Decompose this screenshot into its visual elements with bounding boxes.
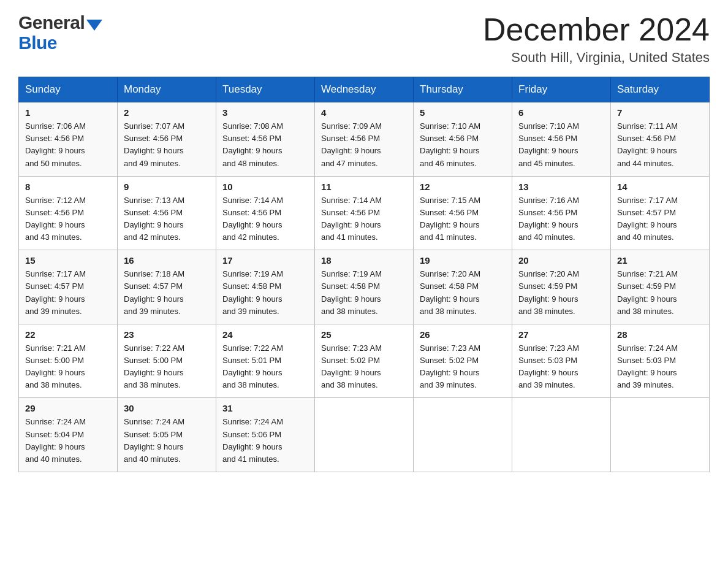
- day-number: 30: [124, 403, 210, 413]
- table-row: [315, 398, 414, 472]
- table-row: 6 Sunrise: 7:10 AM Sunset: 4:56 PM Dayli…: [512, 102, 611, 177]
- day-number: 21: [617, 255, 703, 266]
- day-number: 29: [25, 403, 111, 413]
- day-info: Sunrise: 7:24 AM Sunset: 5:06 PM Dayligh…: [222, 416, 308, 465]
- day-info: Sunrise: 7:22 AM Sunset: 5:01 PM Dayligh…: [222, 342, 308, 392]
- table-row: 29 Sunrise: 7:24 AM Sunset: 5:04 PM Dayl…: [19, 398, 118, 472]
- day-info: Sunrise: 7:11 AM Sunset: 4:56 PM Dayligh…: [617, 120, 703, 170]
- month-year-title: December 2024: [483, 12, 710, 47]
- table-row: 28 Sunrise: 7:24 AM Sunset: 5:03 PM Dayl…: [611, 324, 710, 398]
- day-info: Sunrise: 7:24 AM Sunset: 5:03 PM Dayligh…: [617, 342, 703, 392]
- day-info: Sunrise: 7:12 AM Sunset: 4:56 PM Dayligh…: [25, 194, 111, 244]
- table-row: 26 Sunrise: 7:23 AM Sunset: 5:02 PM Dayl…: [414, 324, 512, 398]
- table-row: 25 Sunrise: 7:23 AM Sunset: 5:02 PM Dayl…: [315, 324, 414, 398]
- day-number: 5: [420, 107, 506, 118]
- table-row: 2 Sunrise: 7:07 AM Sunset: 4:56 PM Dayli…: [118, 102, 216, 177]
- table-row: 11 Sunrise: 7:14 AM Sunset: 4:56 PM Dayl…: [315, 176, 414, 250]
- day-number: 23: [124, 329, 210, 340]
- day-info: Sunrise: 7:19 AM Sunset: 4:58 PM Dayligh…: [321, 268, 407, 318]
- table-row: 23 Sunrise: 7:22 AM Sunset: 5:00 PM Dayl…: [118, 324, 216, 398]
- table-row: 15 Sunrise: 7:17 AM Sunset: 4:57 PM Dayl…: [19, 250, 118, 324]
- day-number: 9: [124, 182, 210, 192]
- day-info: Sunrise: 7:13 AM Sunset: 4:56 PM Dayligh…: [124, 194, 210, 244]
- day-info: Sunrise: 7:06 AM Sunset: 4:56 PM Dayligh…: [25, 120, 111, 170]
- day-info: Sunrise: 7:17 AM Sunset: 4:57 PM Dayligh…: [25, 268, 111, 318]
- day-info: Sunrise: 7:20 AM Sunset: 4:58 PM Dayligh…: [420, 268, 506, 318]
- day-info: Sunrise: 7:14 AM Sunset: 4:56 PM Dayligh…: [321, 194, 407, 244]
- day-info: Sunrise: 7:22 AM Sunset: 5:00 PM Dayligh…: [124, 342, 210, 392]
- table-row: 19 Sunrise: 7:20 AM Sunset: 4:58 PM Dayl…: [414, 250, 512, 324]
- table-row: 8 Sunrise: 7:12 AM Sunset: 4:56 PM Dayli…: [19, 176, 118, 250]
- table-row: 7 Sunrise: 7:11 AM Sunset: 4:56 PM Dayli…: [611, 102, 710, 177]
- table-row: 10 Sunrise: 7:14 AM Sunset: 4:56 PM Dayl…: [216, 176, 315, 250]
- day-number: 31: [222, 403, 308, 413]
- day-number: 3: [222, 107, 308, 118]
- location-subtitle: South Hill, Virginia, United States: [483, 50, 710, 66]
- table-row: 17 Sunrise: 7:19 AM Sunset: 4:58 PM Dayl…: [216, 250, 315, 324]
- day-info: Sunrise: 7:21 AM Sunset: 4:59 PM Dayligh…: [617, 268, 703, 318]
- table-row: 4 Sunrise: 7:09 AM Sunset: 4:56 PM Dayli…: [315, 102, 414, 177]
- day-number: 6: [518, 107, 604, 118]
- page-header: General Blue December 2024 South Hill, V…: [18, 12, 710, 66]
- day-info: Sunrise: 7:23 AM Sunset: 5:02 PM Dayligh…: [321, 342, 407, 392]
- table-row: 30 Sunrise: 7:24 AM Sunset: 5:05 PM Dayl…: [118, 398, 216, 472]
- logo-arrow-icon: [86, 20, 102, 31]
- table-row: 22 Sunrise: 7:21 AM Sunset: 5:00 PM Dayl…: [19, 324, 118, 398]
- col-tuesday: Tuesday: [216, 77, 315, 102]
- calendar-table: Sunday Monday Tuesday Wednesday Thursday…: [18, 77, 710, 472]
- col-sunday: Sunday: [19, 77, 118, 102]
- table-row: 13 Sunrise: 7:16 AM Sunset: 4:56 PM Dayl…: [512, 176, 611, 250]
- day-number: 18: [321, 255, 407, 266]
- day-number: 20: [518, 255, 604, 266]
- day-info: Sunrise: 7:23 AM Sunset: 5:03 PM Dayligh…: [518, 342, 604, 392]
- day-info: Sunrise: 7:19 AM Sunset: 4:58 PM Dayligh…: [222, 268, 308, 318]
- day-number: 27: [518, 329, 604, 340]
- col-monday: Monday: [118, 77, 216, 102]
- day-info: Sunrise: 7:23 AM Sunset: 5:02 PM Dayligh…: [420, 342, 506, 392]
- table-row: 31 Sunrise: 7:24 AM Sunset: 5:06 PM Dayl…: [216, 398, 315, 472]
- calendar-week-row: 1 Sunrise: 7:06 AM Sunset: 4:56 PM Dayli…: [19, 102, 710, 177]
- day-info: Sunrise: 7:17 AM Sunset: 4:57 PM Dayligh…: [617, 194, 703, 244]
- day-info: Sunrise: 7:15 AM Sunset: 4:56 PM Dayligh…: [420, 194, 506, 244]
- table-row: 9 Sunrise: 7:13 AM Sunset: 4:56 PM Dayli…: [118, 176, 216, 250]
- day-number: 24: [222, 329, 308, 340]
- day-number: 25: [321, 329, 407, 340]
- day-number: 12: [420, 182, 506, 192]
- day-number: 14: [617, 182, 703, 192]
- logo-general-text: General: [18, 12, 85, 34]
- table-row: 16 Sunrise: 7:18 AM Sunset: 4:57 PM Dayl…: [118, 250, 216, 324]
- day-number: 15: [25, 255, 111, 266]
- logo-blue-text: Blue: [18, 33, 102, 54]
- col-friday: Friday: [512, 77, 611, 102]
- day-number: 7: [617, 107, 703, 118]
- calendar-week-row: 29 Sunrise: 7:24 AM Sunset: 5:04 PM Dayl…: [19, 398, 710, 472]
- day-info: Sunrise: 7:08 AM Sunset: 4:56 PM Dayligh…: [222, 120, 308, 170]
- table-row: 14 Sunrise: 7:17 AM Sunset: 4:57 PM Dayl…: [611, 176, 710, 250]
- day-info: Sunrise: 7:14 AM Sunset: 4:56 PM Dayligh…: [222, 194, 308, 244]
- table-row: 1 Sunrise: 7:06 AM Sunset: 4:56 PM Dayli…: [19, 102, 118, 177]
- table-row: 3 Sunrise: 7:08 AM Sunset: 4:56 PM Dayli…: [216, 102, 315, 177]
- day-number: 16: [124, 255, 210, 266]
- col-wednesday: Wednesday: [315, 77, 414, 102]
- day-info: Sunrise: 7:16 AM Sunset: 4:56 PM Dayligh…: [518, 194, 604, 244]
- calendar-week-row: 22 Sunrise: 7:21 AM Sunset: 5:00 PM Dayl…: [19, 324, 710, 398]
- table-row: 20 Sunrise: 7:20 AM Sunset: 4:59 PM Dayl…: [512, 250, 611, 324]
- calendar-header-row: Sunday Monday Tuesday Wednesday Thursday…: [19, 77, 710, 102]
- table-row: 27 Sunrise: 7:23 AM Sunset: 5:03 PM Dayl…: [512, 324, 611, 398]
- day-number: 2: [124, 107, 210, 118]
- day-info: Sunrise: 7:20 AM Sunset: 4:59 PM Dayligh…: [518, 268, 604, 318]
- day-number: 11: [321, 182, 407, 192]
- calendar-week-row: 8 Sunrise: 7:12 AM Sunset: 4:56 PM Dayli…: [19, 176, 710, 250]
- day-number: 10: [222, 182, 308, 192]
- day-number: 22: [25, 329, 111, 340]
- table-row: [512, 398, 611, 472]
- day-info: Sunrise: 7:18 AM Sunset: 4:57 PM Dayligh…: [124, 268, 210, 318]
- logo: General Blue: [18, 12, 102, 53]
- day-number: 26: [420, 329, 506, 340]
- day-number: 4: [321, 107, 407, 118]
- day-info: Sunrise: 7:21 AM Sunset: 5:00 PM Dayligh…: [25, 342, 111, 392]
- day-info: Sunrise: 7:24 AM Sunset: 5:04 PM Dayligh…: [25, 416, 111, 465]
- table-row: 12 Sunrise: 7:15 AM Sunset: 4:56 PM Dayl…: [414, 176, 512, 250]
- table-row: [414, 398, 512, 472]
- title-block: December 2024 South Hill, Virginia, Unit…: [483, 12, 710, 66]
